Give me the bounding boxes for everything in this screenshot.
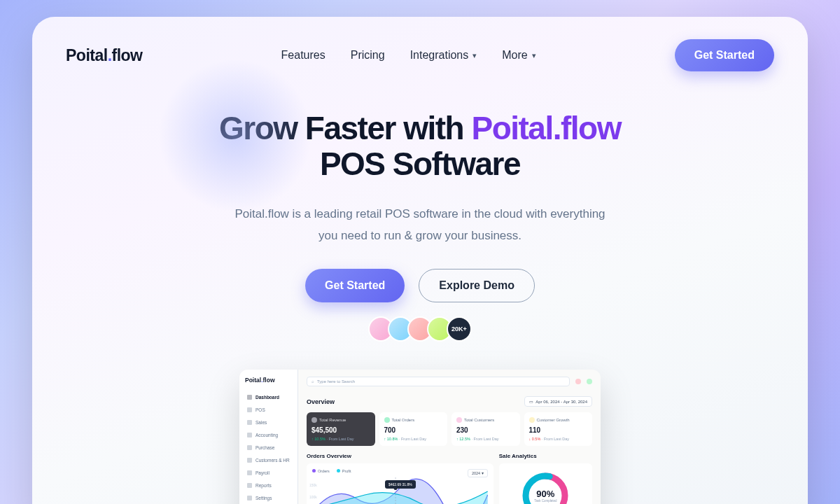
sidebar-icon: [247, 420, 252, 425]
chevron-down-icon: ▾: [532, 51, 536, 60]
stat-icon: [456, 417, 462, 423]
stat-card: Total Orders700↑ 10.8% · From Last Day: [379, 412, 448, 446]
chart-title: Orders Overview: [307, 453, 493, 459]
dashboard-logo: Poital.flow: [245, 377, 292, 384]
stat-icon: [384, 417, 390, 423]
chart-title: Sale Analytics: [499, 453, 592, 459]
nav-integrations[interactable]: Integrations ▾: [410, 49, 477, 62]
stat-card: Total Customers230↑ 12.5% · From Last Da…: [451, 412, 520, 446]
date-range-picker[interactable]: ▭ Apr 06, 2024 - Apr 30, 2024: [524, 396, 592, 407]
hero-title: Grow Faster with Poital.flow POS Softwar…: [32, 111, 808, 181]
sidebar-icon: [247, 458, 252, 463]
chart-tooltip: $462.69 31.8%: [385, 480, 416, 489]
avatar-count: 20K+: [447, 316, 472, 342]
sidebar-icon: [247, 483, 252, 488]
donut-value: 90%: [534, 489, 556, 499]
stat-icon: [312, 417, 317, 423]
stat-card: Customer Growth110↓ 0.5% · From Last Day: [524, 412, 593, 446]
top-nav: Poital.flow Features Pricing Integration…: [32, 17, 808, 71]
stat-card: Total Revenue$45,500↑ 10.5% · From Last …: [307, 412, 375, 446]
avatar-stack: 20K+: [32, 316, 808, 342]
orders-chart: Orders Profit 2024 ▾ 150k 100k 45k 10k: [307, 463, 493, 504]
hero-explore-demo-button[interactable]: Explore Demo: [419, 269, 535, 302]
sidebar-item[interactable]: Payroll: [245, 468, 292, 478]
year-select[interactable]: 2024 ▾: [468, 469, 488, 477]
sidebar-icon: [247, 496, 252, 500]
brand-logo[interactable]: Poital.flow: [66, 46, 143, 65]
sidebar-icon: [247, 470, 252, 475]
sidebar-item[interactable]: Purchase: [245, 442, 292, 453]
user-avatar-icon[interactable]: [587, 379, 592, 384]
sidebar-item[interactable]: Accounting: [245, 430, 292, 440]
dashboard-preview: Poital.flow DashboardPOSSalesAccountingP…: [239, 370, 601, 504]
sidebar-item[interactable]: Reports: [245, 480, 292, 491]
nav-cta-button[interactable]: Get Started: [675, 39, 774, 71]
nav-pricing[interactable]: Pricing: [351, 49, 385, 62]
sidebar-icon: [247, 445, 252, 450]
hero-subtitle: Poital.flow is a leading retail POS soft…: [224, 204, 616, 246]
dashboard-sidebar: Poital.flow DashboardPOSSalesAccountingP…: [239, 370, 298, 504]
donut-label: Task Completed: [534, 499, 556, 503]
sidebar-icon: [247, 395, 252, 400]
hero-section: Grow Faster with Poital.flow POS Softwar…: [32, 71, 808, 342]
chevron-down-icon: ▾: [472, 51, 477, 60]
calendar-icon: ▭: [529, 399, 533, 404]
section-title: Overview: [307, 398, 335, 405]
sidebar-item[interactable]: POS: [245, 405, 292, 415]
search-icon: ⌕: [312, 379, 314, 384]
sidebar-item[interactable]: Sales: [245, 417, 292, 428]
sidebar-icon: [247, 407, 252, 412]
nav-links: Features Pricing Integrations ▾ More ▾: [281, 49, 536, 62]
sidebar-icon: [247, 433, 252, 438]
search-input[interactable]: ⌕ Type here to Search: [307, 377, 570, 386]
notification-icon[interactable]: [575, 379, 581, 384]
hero-get-started-button[interactable]: Get Started: [305, 269, 405, 302]
sidebar-item[interactable]: Dashboard: [245, 392, 292, 402]
dashboard-main: ⌕ Type here to Search Overview ▭ Apr 06,…: [298, 370, 601, 504]
nav-more[interactable]: More ▾: [502, 49, 536, 62]
nav-features[interactable]: Features: [281, 49, 326, 62]
stat-icon: [529, 417, 535, 423]
sidebar-item[interactable]: Settings: [245, 493, 292, 503]
sidebar-item[interactable]: Customers & HR: [245, 455, 292, 465]
sale-analytics-chart: 90% Task Completed: [499, 463, 592, 504]
